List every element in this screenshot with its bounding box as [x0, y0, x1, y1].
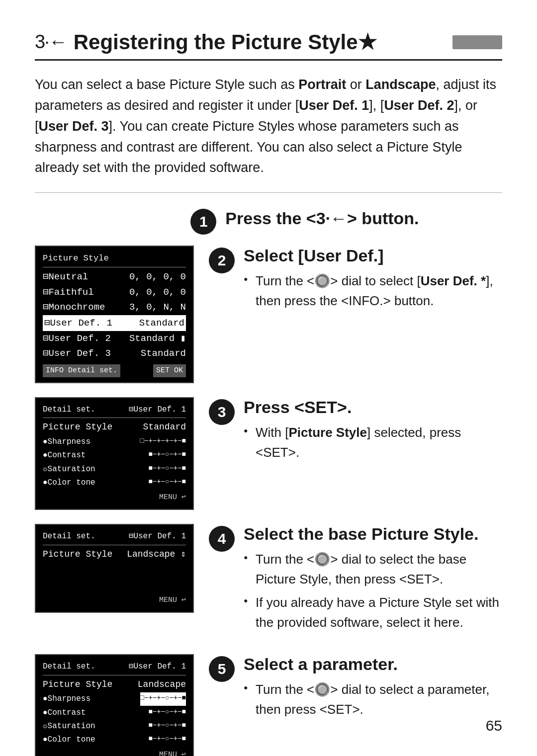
header-decorative-bar [452, 35, 502, 49]
detail-row-style-5: Picture Style Landscape [43, 677, 186, 692]
detail-row-contrast-3: ●Contrast ■−+−○−+−■ [43, 449, 186, 462]
step-4-title: Select the base Picture Style. [244, 524, 502, 544]
step-3-row: Detail set. ⊟User Def. 1 Picture Style S… [35, 397, 502, 510]
picture-style-screen: Picture Style ⊟Neutral 0, 0, 0, 0 ⊟Faith… [35, 246, 194, 383]
step-2-screen: Picture Style ⊟Neutral 0, 0, 0, 0 ⊟Faith… [35, 246, 209, 383]
detail-footer-4: MENU ↩ [43, 594, 186, 607]
step-3-content: 3 Press <SET>. With [Picture Style] sele… [209, 397, 502, 470]
detail-header-5: Detail set. ⊟User Def. 1 [43, 660, 186, 675]
detail-footer-5: MENU ↩ [43, 749, 186, 756]
step-2-number: 2 [209, 248, 235, 273]
step-5-title: Select a parameter. [244, 654, 502, 674]
step-4-title-content: Select the base Picture Style. Turn the … [244, 524, 502, 635]
detail-footer-3: MENU ↩ [43, 492, 186, 504]
detail-set-screen-3: Detail set. ⊟User Def. 1 Picture Style S… [35, 397, 194, 510]
step-1-title: Press the <3·←> button. [225, 208, 502, 229]
step-2-title-content: Select [User Def.] Turn the <🔘> dial to … [244, 246, 502, 314]
step-1-content: Press the <3·←> button. [225, 208, 502, 234]
detail-header-3: Detail set. ⊟User Def. 1 [43, 403, 186, 418]
step-4-screen: Detail set. ⊟User Def. 1 Picture Style L… [35, 524, 209, 613]
step-1-row: 1 Press the <3·←> button. [35, 207, 502, 235]
detail-row-color-5: ●Color tone ■−+−○−+−■ [43, 733, 186, 746]
step-4-bullet-2: If you already have a Picture Style set … [244, 592, 502, 633]
screen-row-neutral: ⊟Neutral 0, 0, 0, 0 [43, 269, 186, 284]
set-ok-btn: SET OK [153, 364, 186, 377]
screen-footer: INFO Detail set. SET OK [43, 364, 186, 377]
step-5-content: 5 Select a parameter. Turn the <🔘> dial … [209, 654, 502, 727]
step-4-row: Detail set. ⊟User Def. 1 Picture Style L… [35, 524, 502, 640]
detail-row-color-3: ●Color tone ■−+−○−+−■ [43, 476, 186, 489]
step-5-number: 5 [209, 656, 235, 682]
step-2-content: 2 Select [User Def.] Turn the <🔘> dial t… [209, 246, 502, 319]
step-2-title: Select [User Def.] [244, 246, 502, 266]
step-2-body: Turn the <🔘> dial to select [User Def. *… [244, 271, 502, 311]
step-3-number: 3 [209, 399, 235, 425]
section-divider [35, 192, 502, 193]
screen-row-faithful: ⊟Faithful 0, 0, 0, 0 [43, 285, 186, 300]
detail-row-sharp-5: ●Sharpness □−+−+−○−+−■ [43, 692, 186, 705]
step-5-title-content: Select a parameter. Turn the <🔘> dial to… [244, 654, 502, 722]
screen-title: Picture Style [43, 252, 186, 267]
detail-row-sharp-3: ●Sharpness □−+−+−+−+−■ [43, 435, 186, 448]
step-5-row: Detail set. ⊟User Def. 1 Picture Style L… [35, 654, 502, 756]
info-btn: INFO Detail set. [43, 364, 120, 377]
screen-row-mono: ⊟Monochrome 3, 0, N, N [43, 300, 186, 315]
detail-row-sat-5: ☼Saturation ■−+−○−+−■ [43, 720, 186, 733]
step-5-bullet-1: Turn the <🔘> dial to select a parameter,… [244, 679, 502, 720]
step-2-row: Picture Style ⊟Neutral 0, 0, 0, 0 ⊟Faith… [35, 246, 502, 383]
detail-row-sat-3: ☼Saturation ■−+−○−+−■ [43, 463, 186, 476]
page-title: Registering the Picture Style★ [74, 30, 444, 54]
detail-row-style-3: Picture Style Standard [43, 420, 186, 435]
screen-row-user3: ⊟User Def. 3 Standard [43, 346, 186, 361]
step-4-body: Turn the <🔘> dial to select the base Pic… [244, 549, 502, 632]
detail-header-4: Detail set. ⊟User Def. 1 [43, 530, 186, 545]
detail-empty-4 [43, 562, 186, 592]
step-4-bullet-1: Turn the <🔘> dial to select the base Pic… [244, 549, 502, 589]
page-number: 65 [486, 717, 502, 734]
detail-set-screen-5: Detail set. ⊟User Def. 1 Picture Style L… [35, 654, 194, 756]
screen-row-user1: ⊟User Def. 1 Standard [43, 315, 186, 331]
step-4-content: 4 Select the base Picture Style. Turn th… [209, 524, 502, 640]
detail-row-style-4: Picture Style Landscape ⇕ [43, 547, 186, 562]
step-5-screen: Detail set. ⊟User Def. 1 Picture Style L… [35, 654, 209, 756]
step-3-title: Press <SET>. [244, 397, 502, 418]
step-3-bullet-1: With [Picture Style] selected, press <SE… [244, 422, 502, 463]
detail-set-screen-4: Detail set. ⊟User Def. 1 Picture Style L… [35, 524, 194, 613]
step-3-body: With [Picture Style] selected, press <SE… [244, 422, 502, 463]
step-4-number: 4 [209, 526, 235, 552]
step-2-bullet-1: Turn the <🔘> dial to select [User Def. *… [244, 271, 502, 311]
step-3-screen: Detail set. ⊟User Def. 1 Picture Style S… [35, 397, 209, 510]
detail-row-contrast-5: ●Contrast ■−+−○−+−■ [43, 706, 186, 719]
header-icon: 3·← [35, 31, 67, 53]
screen-row-user2: ⊟User Def. 2 Standard ▮ [43, 331, 186, 346]
intro-paragraph: You can select a base Picture Style such… [35, 75, 502, 178]
page-header: 3·← Registering the Picture Style★ [35, 30, 502, 61]
step-5-body: Turn the <🔘> dial to select a parameter,… [244, 679, 502, 720]
page-container: 3·← Registering the Picture Style★ You c… [0, 0, 537, 756]
step-3-title-content: Press <SET>. With [Picture Style] select… [244, 397, 502, 465]
step-1-number: 1 [190, 209, 216, 235]
